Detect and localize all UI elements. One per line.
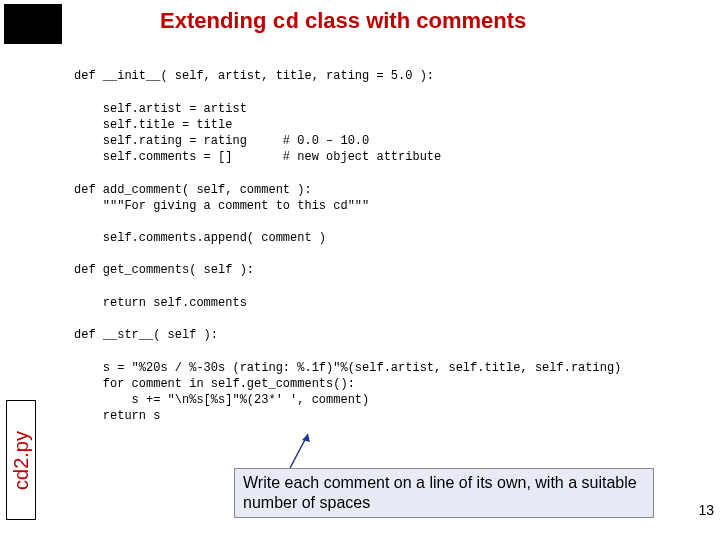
decorative-black-box — [4, 4, 62, 44]
code-line: for comment in self.get_comments(): — [74, 377, 355, 391]
code-line: def get_comments( self ): — [74, 263, 254, 277]
title-post: class with comments — [299, 8, 526, 33]
code-line: def add_comment( self, comment ): — [74, 183, 312, 197]
code-line: s = "%20s / %-30s (rating: %.1f)"%(self.… — [74, 361, 621, 375]
code-line: def __str__( self ): — [74, 328, 218, 342]
annotation-text: Write each comment on a line of its own,… — [243, 474, 637, 511]
code-line: self.title = title — [74, 118, 232, 132]
code-line: self.comments.append( comment ) — [74, 231, 326, 245]
code-line: def __init__( self, artist, title, ratin… — [74, 69, 434, 83]
code-line: """For giving a comment to this cd""" — [74, 199, 369, 213]
page-number: 13 — [698, 502, 714, 518]
slide-title: Extending cd class with comments — [160, 8, 526, 35]
code-line: s += "\n%s[%s]"%(23*' ', comment) — [74, 393, 369, 407]
svg-marker-1 — [302, 434, 310, 442]
code-block: def __init__( self, artist, title, ratin… — [74, 52, 621, 424]
code-line: self.rating = rating # 0.0 – 10.0 — [74, 134, 369, 148]
file-label: cd2.py — [6, 400, 36, 520]
svg-line-0 — [290, 434, 308, 468]
title-code: cd — [272, 10, 298, 35]
file-label-text: cd2.py — [10, 431, 33, 490]
arrow-icon — [284, 430, 314, 468]
code-line: return s — [74, 409, 160, 423]
code-line: return self.comments — [74, 296, 247, 310]
title-pre: Extending — [160, 8, 272, 33]
code-line: self.comments = [] # new object attribut… — [74, 150, 441, 164]
annotation-note: Write each comment on a line of its own,… — [234, 468, 654, 518]
code-line: self.artist = artist — [74, 102, 247, 116]
